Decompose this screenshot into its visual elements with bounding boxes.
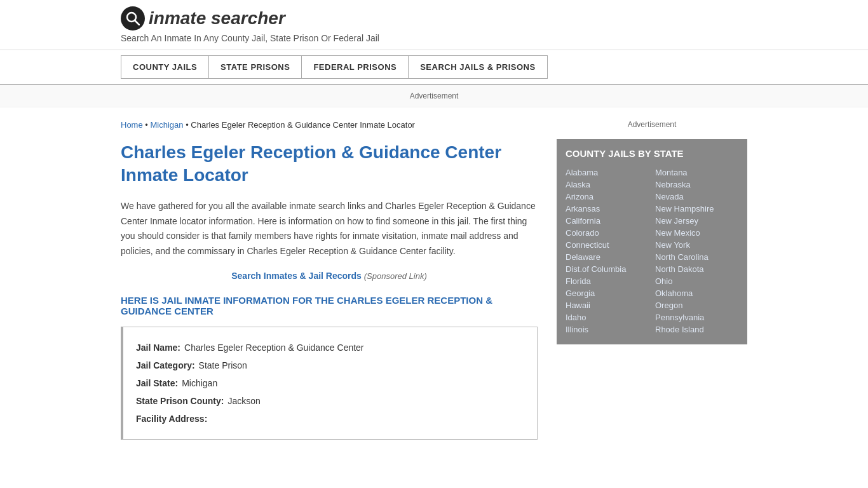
state-link[interactable]: Delaware (566, 251, 649, 263)
nav-state-prisons[interactable]: STATE PRISONS (208, 55, 301, 79)
state-link[interactable]: North Dakota (655, 263, 738, 275)
breadcrumb-home[interactable]: Home (121, 120, 143, 130)
info-row-facility-address: Facility Address: (136, 410, 524, 428)
breadcrumb-michigan[interactable]: Michigan (150, 120, 183, 130)
state-link[interactable]: New York (655, 239, 738, 251)
states-left-column: AlabamaAlaskaArizonaArkansasCaliforniaCo… (566, 166, 649, 336)
state-link[interactable]: California (566, 215, 649, 227)
facility-address-label: Facility Address: (136, 410, 207, 428)
state-link[interactable]: Oregon (655, 299, 738, 311)
nav-federal-prisons[interactable]: FEDERAL PRISONS (301, 55, 408, 79)
state-prison-county-value: Jackson (227, 392, 260, 410)
state-link[interactable]: North Carolina (655, 251, 738, 263)
state-link[interactable]: New Mexico (655, 227, 738, 239)
state-link[interactable]: Florida (566, 275, 649, 287)
info-row-jail-name: Jail Name: Charles Egeler Reception & Gu… (136, 339, 524, 356)
nav: COUNTY JAILS STATE PRISONS FEDERAL PRISO… (0, 50, 868, 85)
county-jails-title: COUNTY JAILS BY STATE (566, 148, 738, 159)
state-link[interactable]: Hawaii (566, 299, 649, 311)
state-link[interactable]: Rhode Island (655, 323, 738, 336)
jail-category-label: Jail Category: (136, 356, 195, 374)
state-link[interactable]: Oklahoma (655, 287, 738, 299)
content: Home • Michigan • Charles Egeler Recepti… (121, 114, 538, 440)
info-row-state-prison-county: State Prison County: Jackson (136, 392, 524, 410)
state-link[interactable]: Arizona (566, 191, 649, 203)
state-link[interactable]: Illinois (566, 323, 649, 336)
state-link[interactable]: Montana (655, 166, 738, 179)
ad-bar: Advertisement (0, 85, 868, 107)
state-link[interactable]: Dist.of Columbia (566, 263, 649, 275)
sidebar-ad-label: Advertisement (557, 120, 747, 129)
state-link[interactable]: Nevada (655, 191, 738, 203)
state-link[interactable]: New Jersey (655, 215, 738, 227)
state-link[interactable]: Connecticut (566, 239, 649, 251)
jail-name-value: Charles Egeler Reception & Guidance Cent… (184, 339, 364, 356)
states-grid: AlabamaAlaskaArizonaArkansasCaliforniaCo… (566, 166, 738, 336)
state-link[interactable]: Colorado (566, 227, 649, 239)
jail-name-label: Jail Name: (136, 339, 180, 356)
sponsored-label: (Sponsored Link) (364, 271, 427, 281)
header: inmate searcher Search An Inmate In Any … (0, 0, 868, 50)
state-prison-county-label: State Prison County: (136, 392, 224, 410)
state-link[interactable]: Idaho (566, 311, 649, 323)
state-link[interactable]: Alabama (566, 166, 649, 179)
states-right-column: MontanaNebraskaNevadaNew HampshireNew Je… (655, 166, 738, 336)
nav-county-jails[interactable]: COUNTY JAILS (121, 55, 208, 79)
state-link[interactable]: Georgia (566, 287, 649, 299)
sponsored-link[interactable]: Search Inmates & Jail Records (231, 271, 362, 281)
tagline: Search An Inmate In Any County Jail, Sta… (121, 33, 747, 43)
svg-line-1 (135, 20, 139, 25)
jail-category-value: State Prison (199, 356, 247, 374)
state-link[interactable]: Nebraska (655, 179, 738, 191)
state-link[interactable]: Pennsylvania (655, 311, 738, 323)
sidebar: Advertisement COUNTY JAILS BY STATE Alab… (557, 114, 747, 440)
info-box: Jail Name: Charles Egeler Reception & Gu… (121, 327, 538, 440)
jail-state-label: Jail State: (136, 374, 178, 392)
logo-text: inmate searcher (149, 8, 285, 29)
description: We have gathered for you all the availab… (121, 199, 538, 259)
section-heading: HERE IS JAIL INMATE INFORMATION FOR THE … (121, 295, 538, 316)
state-link[interactable]: New Hampshire (655, 203, 738, 215)
sponsored-link-area: Search Inmates & Jail Records (Sponsored… (121, 271, 538, 281)
breadcrumb-current: Charles Egeler Reception & Guidance Cent… (191, 120, 415, 130)
main-layout: Home • Michigan • Charles Egeler Recepti… (0, 114, 868, 440)
info-row-jail-state: Jail State: Michigan (136, 374, 524, 392)
state-link[interactable]: Alaska (566, 179, 649, 191)
state-link[interactable]: Arkansas (566, 203, 649, 215)
nav-search-jails[interactable]: SEARCH JAILS & PRISONS (408, 55, 547, 79)
logo-area: inmate searcher (121, 6, 747, 30)
county-jails-box: COUNTY JAILS BY STATE AlabamaAlaskaArizo… (557, 139, 747, 344)
info-row-jail-category: Jail Category: State Prison (136, 356, 524, 374)
state-link[interactable]: Ohio (655, 275, 738, 287)
logo-icon (121, 6, 145, 30)
jail-state-value: Michigan (182, 374, 217, 392)
page-title: Charles Egeler Reception & Guidance Cent… (121, 141, 538, 187)
breadcrumb: Home • Michigan • Charles Egeler Recepti… (121, 120, 538, 130)
